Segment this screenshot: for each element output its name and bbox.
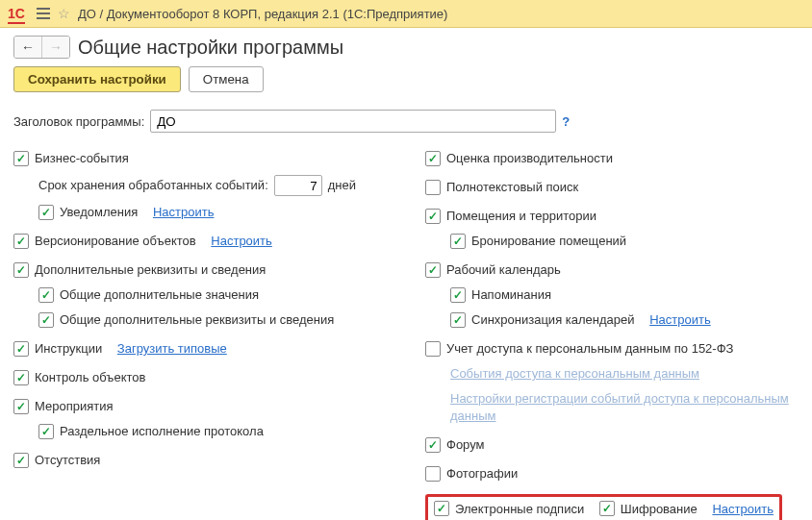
retention-label: Срок хранения обработанных событий: xyxy=(38,177,268,194)
pd-access-label: Учет доступа к персональным данным по 15… xyxy=(446,340,733,358)
reminders-checkbox[interactable] xyxy=(450,287,466,303)
pd-settings-link[interactable]: Настройки регистрации событий доступа к … xyxy=(450,390,799,425)
encryption-checkbox[interactable] xyxy=(599,501,615,516)
encryption-label: Шифрование xyxy=(621,502,698,516)
retention-unit: дней xyxy=(328,177,356,194)
versioning-label: Версионирование объектов xyxy=(35,233,196,250)
business-events-checkbox[interactable] xyxy=(13,151,29,166)
calendar-checkbox[interactable] xyxy=(425,262,441,278)
photos-label: Фотографии xyxy=(446,465,518,483)
calendar-label: Рабочий календарь xyxy=(446,261,561,279)
instructions-label: Инструкции xyxy=(35,340,102,358)
sync-label: Синхронизация календарей xyxy=(471,311,635,329)
forum-checkbox[interactable] xyxy=(425,437,441,453)
photos-checkbox[interactable] xyxy=(425,466,441,482)
load-typical-link[interactable]: Загрузить типовые xyxy=(117,340,227,358)
additional-props-checkbox[interactable] xyxy=(13,262,29,278)
business-events-label: Бизнес-события xyxy=(35,150,129,167)
favorite-icon[interactable]: ☆ xyxy=(58,6,70,21)
common-props-label: Общие дополнительные реквизиты и сведени… xyxy=(60,311,334,329)
esign-label: Электронные подписи xyxy=(455,502,584,516)
fulltext-label: Полнотекстовый поиск xyxy=(446,179,578,196)
reminders-label: Напоминания xyxy=(471,286,551,304)
instructions-checkbox[interactable] xyxy=(13,341,29,357)
notifications-configure-link[interactable]: Настроить xyxy=(153,204,215,221)
common-values-checkbox[interactable] xyxy=(38,287,54,303)
forum-label: Форум xyxy=(446,436,485,454)
booking-checkbox[interactable] xyxy=(450,234,466,249)
program-title-label: Заголовок программы: xyxy=(13,114,144,129)
fulltext-checkbox[interactable] xyxy=(425,180,441,195)
absence-label: Отсутствия xyxy=(35,452,100,469)
rooms-label: Помещения и территории xyxy=(446,208,596,225)
menu-button[interactable] xyxy=(37,8,50,19)
performance-checkbox[interactable] xyxy=(425,151,441,166)
booking-label: Бронирование помещений xyxy=(471,233,626,250)
events-checkbox[interactable] xyxy=(13,399,29,414)
highlighted-section: Электронные подписи Шифрование Настроить xyxy=(425,494,782,520)
cancel-button[interactable]: Отмена xyxy=(189,66,264,92)
events-label: Мероприятия xyxy=(35,398,114,415)
split-protocol-label: Раздельное исполнение протокола xyxy=(60,423,264,440)
save-button[interactable]: Сохранить настройки xyxy=(13,66,181,92)
nav-buttons: ← → xyxy=(13,36,70,59)
versioning-checkbox[interactable] xyxy=(13,234,29,249)
additional-props-label: Дополнительные реквизиты и сведения xyxy=(35,261,266,279)
sync-checkbox[interactable] xyxy=(450,312,466,328)
page-title: Общие настройки программы xyxy=(78,37,343,59)
back-button[interactable]: ← xyxy=(14,37,41,58)
versioning-configure-link[interactable]: Настроить xyxy=(211,233,272,250)
common-props-checkbox[interactable] xyxy=(38,312,54,328)
common-values-label: Общие дополнительные значения xyxy=(60,286,259,304)
esign-configure-link[interactable]: Настроить xyxy=(712,502,774,516)
absence-checkbox[interactable] xyxy=(13,453,29,468)
program-title-input[interactable] xyxy=(150,110,556,133)
notifications-checkbox[interactable] xyxy=(38,205,54,220)
performance-label: Оценка производительности xyxy=(446,150,613,167)
object-control-label: Контроль объектов xyxy=(35,369,145,386)
notifications-label: Уведомления xyxy=(60,204,138,221)
rooms-checkbox[interactable] xyxy=(425,209,441,224)
sync-configure-link[interactable]: Настроить xyxy=(649,311,711,329)
app-logo: 1С xyxy=(8,6,25,21)
object-control-checkbox[interactable] xyxy=(13,370,29,385)
split-protocol-checkbox[interactable] xyxy=(38,424,54,439)
pd-access-checkbox[interactable] xyxy=(425,341,441,357)
pd-events-link[interactable]: События доступа к персональным данным xyxy=(450,365,699,383)
window-title: ДО / Документооборот 8 КОРП, редакция 2.… xyxy=(78,7,448,21)
retention-input[interactable] xyxy=(274,175,322,196)
forward-button[interactable]: → xyxy=(41,37,69,58)
help-icon[interactable]: ? xyxy=(562,114,570,129)
esign-checkbox[interactable] xyxy=(434,501,449,516)
